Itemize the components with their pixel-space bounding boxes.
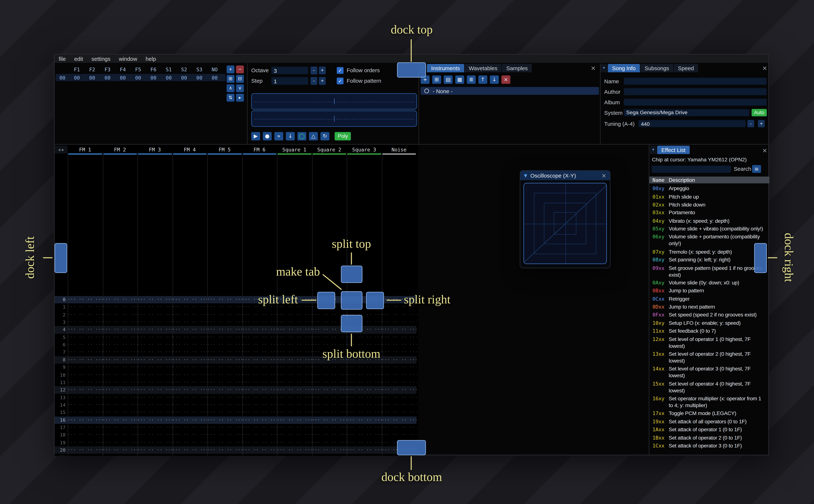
pattern-cell[interactable]: ··· ·· ·· ···· [381,401,417,409]
pattern-cell[interactable]: ··· ·· ·· ···· [277,326,312,334]
oscilloscope-close-icon[interactable]: × [602,172,606,179]
pattern-cell[interactable]: ··· ·· ·· ···· [312,334,347,341]
order-edit-mode-button[interactable]: ▸ [236,94,244,102]
metronome-button[interactable]: △ [309,132,318,141]
pattern-cell[interactable]: ··· ·· ·· ···· [172,379,207,386]
pattern-cell[interactable]: ··· ·· ·· ···· [172,319,207,326]
pattern-cell[interactable]: ··· ·· ·· ···· [137,401,172,409]
pattern-cell[interactable]: ··· ·· ·· ···· [242,424,277,431]
pattern-cell[interactable]: ··· ·· ·· ···· [102,439,137,446]
pattern-cell[interactable]: ··· ·· ·· ···· [137,296,172,304]
open-instrument-button[interactable]: ▤ [444,76,453,84]
effect-row[interactable]: 00xyArpeggio [649,184,770,193]
pattern-cell[interactable]: ··· ·· ·· ···· [277,311,312,319]
pattern-cell[interactable]: ··· ·· ·· ···· [68,386,102,394]
effect-row[interactable]: 14xxSet level of operator 3 (0 highest, … [649,365,770,380]
pattern-cell[interactable]: ··· ·· ·· ···· [68,341,102,349]
pattern-cell[interactable]: ··· ·· ·· ···· [102,454,137,456]
effect-list-menu-button[interactable]: ≡ [752,165,761,173]
pattern-cell[interactable]: ··· ·· ·· ···· [68,439,102,446]
play-from-cursor-button[interactable]: » [274,132,283,141]
effect-row[interactable]: 08xySet panning (x: left; y: right) [649,256,770,264]
pattern-cell[interactable]: ··· ·· ·· ···· [137,394,172,401]
pattern-cell[interactable]: ··· ·· ·· ···· [277,439,312,446]
effect-row[interactable]: 10xySetup LFO (x: enable; y: speed) [649,319,770,327]
menu-window[interactable]: window [115,55,141,62]
menu-settings[interactable]: settings [87,55,114,62]
pattern-cell[interactable]: ··· ·· ·· ···· [102,364,137,371]
pattern-cell[interactable]: ··· ·· ·· ···· [68,446,102,454]
pattern-cell[interactable]: ··· ·· ·· ···· [242,311,277,319]
pattern-cell[interactable]: ··· ·· ·· ···· [347,439,381,446]
pattern-cell[interactable]: ··· ·· ·· ···· [137,326,172,334]
pattern-cell[interactable]: ··· ·· ·· ···· [347,446,381,454]
orders-cell-s2[interactable]: 00 [176,75,192,80]
pattern-cell[interactable]: ··· ·· ·· ···· [242,439,277,446]
pattern-cell[interactable]: ··· ·· ·· ···· [381,416,417,424]
effect-row[interactable]: 17xxToggle PCM mode (LEGACY) [649,409,770,417]
move-order-down-button[interactable]: ∨ [236,84,244,92]
effect-row[interactable]: 16xySet operator multiplier (x: operator… [649,394,770,409]
save-instrument-button[interactable]: ▦ [455,76,464,84]
effect-row[interactable]: 15xxSet level of operator 4 (0 highest, … [649,380,770,395]
menu-file[interactable]: file [55,55,70,62]
pattern-cell[interactable]: ··· ·· ·· ···· [312,379,347,386]
pattern-cell[interactable]: ··· ·· ·· ···· [68,356,102,364]
pattern-cell[interactable]: ··· ·· ·· ···· [172,364,207,371]
pattern-cell[interactable]: ··· ·· ·· ···· [172,311,207,319]
channel-header-fm-6[interactable]: FM 6 [242,146,277,154]
delete-instrument-button[interactable]: × [502,76,510,84]
record-button[interactable]: ◯ [297,132,306,141]
pattern-cell[interactable]: ··· ·· ·· ···· [312,394,347,401]
pattern-cell[interactable]: ··· ·· ·· ···· [277,424,312,431]
pattern-cell[interactable]: ··· ·· ·· ···· [137,364,172,371]
effect-row[interactable]: 0FxxSet speed (speed 2 if no grooves exi… [649,311,770,319]
pattern-cell[interactable]: ··· ·· ·· ···· [347,364,381,371]
pattern-cell[interactable]: ··· ·· ·· ···· [381,379,417,386]
pattern-cell[interactable]: ··· ·· ·· ···· [102,371,137,379]
duplicate-instrument-button[interactable]: ⊞ [432,76,441,84]
orders-cell-s1[interactable]: 00 [161,75,176,80]
pattern-cell[interactable]: ··· ·· ·· ···· [137,446,172,454]
step-increase-button[interactable]: + [319,77,326,85]
pattern-cell[interactable]: ··· ·· ·· ···· [102,424,137,431]
poly-button[interactable]: Poly [334,132,351,141]
song-close-icon[interactable]: × [762,64,767,72]
effect-list-window-menu-button[interactable]: ▾ [650,146,657,154]
deep-clone-order-button[interactable]: ⊟ [236,75,244,83]
pattern-cell[interactable]: ··· ·· ·· ···· [242,334,277,341]
orders-cell-s3[interactable]: 00 [192,75,207,80]
pattern-cell[interactable]: ··· ·· ·· ···· [347,431,381,439]
pattern-cell[interactable]: ··· ·· ·· ···· [137,304,172,311]
menu-edit[interactable]: edit [70,55,87,62]
pattern-cell[interactable]: ··· ·· ·· ···· [102,319,137,326]
pattern-cell[interactable]: ··· ·· ·· ···· [137,386,172,394]
pattern-cell[interactable]: ··· ·· ·· ···· [68,454,102,456]
pattern-cell[interactable]: ··· ·· ·· ···· [277,394,312,401]
move-instrument-up-button[interactable]: ↑ [478,76,487,84]
pattern-cell[interactable]: ··· ·· ·· ···· [207,371,242,379]
effect-search-input[interactable] [651,166,731,173]
split-right-target[interactable] [366,292,384,309]
orders-cell-f6[interactable]: 00 [146,75,161,80]
pattern-cell[interactable]: ··· ·· ·· ···· [242,364,277,371]
effect-row[interactable]: 1CxxSet attack of operator 3 (0 to 1F) [649,442,770,450]
pattern-cell[interactable]: ··· ·· ·· ···· [277,454,312,456]
pattern-cell[interactable]: ··· ·· ·· ···· [207,356,242,364]
pattern-cell[interactable]: ··· ·· ·· ···· [68,364,102,371]
effect-row[interactable]: 02xxPitch slide down [649,201,770,209]
pattern-cell[interactable]: ··· ·· ·· ···· [242,416,277,424]
pattern-cell[interactable]: ··· ·· ·· ···· [277,334,312,341]
system-value[interactable]: Sega Genesis/Mega Drive [624,109,750,116]
toggle-folders-button[interactable]: ≣ [467,76,476,84]
pattern-cell[interactable]: ··· ·· ·· ···· [172,341,207,349]
pattern-cell[interactable]: ··· ·· ·· ···· [381,326,417,334]
pattern-cell[interactable]: ··· ·· ·· ···· [207,364,242,371]
pattern-cell[interactable]: ··· ·· ·· ···· [312,409,347,416]
pattern-cell[interactable]: ··· ·· ·· ···· [242,446,277,454]
pattern-cell[interactable]: ··· ·· ·· ···· [68,326,102,334]
pattern-cell[interactable]: ··· ·· ·· ···· [172,416,207,424]
pattern-cell[interactable]: ··· ·· ·· ···· [68,349,102,356]
pattern-cell[interactable]: ··· ·· ·· ···· [312,401,347,409]
oscilloscope-xy-window[interactable]: ▼ Oscilloscope (X-Y) × [520,170,611,268]
